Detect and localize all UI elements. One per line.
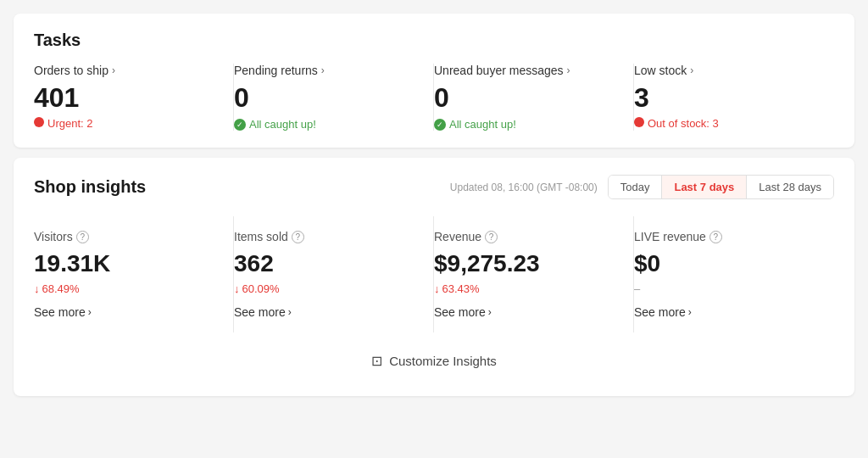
see-more-revenue[interactable]: See more ›: [434, 305, 616, 319]
task-value-messages: 0: [434, 82, 620, 114]
ok-check-icon: [234, 117, 246, 131]
task-item-stock[interactable]: Low stock › 3 Out of stock: 3: [634, 64, 834, 131]
see-more-revenue-chevron-icon: ›: [488, 306, 492, 318]
task-item-messages[interactable]: Unread buyer messages › 0 All caught up!: [434, 64, 634, 131]
see-more-visitors[interactable]: See more ›: [34, 305, 216, 319]
tab-last7days[interactable]: Last 7 days: [662, 176, 747, 198]
task-label-messages: Unread buyer messages ›: [434, 64, 620, 77]
metric-value-revenue: $9,275.23: [434, 250, 616, 277]
live-revenue-help-icon[interactable]: ?: [709, 231, 722, 243]
metric-label-visitors: Visitors ?: [34, 230, 216, 243]
returns-chevron-icon: ›: [321, 64, 325, 76]
metric-label-revenue: Revenue ?: [434, 230, 616, 243]
down-arrow-items-icon: [234, 282, 240, 295]
see-more-visitors-chevron-icon: ›: [88, 306, 92, 318]
customize-icon: ⊡: [371, 353, 382, 369]
see-more-live-chevron-icon: ›: [688, 306, 692, 318]
orders-chevron-icon: ›: [112, 64, 115, 76]
task-status-returns: All caught up!: [234, 117, 420, 131]
metric-label-items-sold: Items sold ?: [234, 230, 416, 243]
task-status-messages: All caught up!: [434, 117, 620, 131]
tasks-grid: Orders to ship › 401 Urgent: 2 Pending r…: [34, 64, 834, 131]
date-tabs: Today Last 7 days Last 28 days: [608, 175, 834, 199]
metric-visitors: Visitors ? 19.31K 68.49% See more ›: [34, 216, 234, 332]
tasks-card: Tasks Orders to ship › 401 Urgent: 2 Pen…: [14, 14, 854, 148]
task-value-orders: 401: [34, 82, 220, 114]
task-item-returns[interactable]: Pending returns › 0 All caught up!: [234, 64, 434, 131]
items-sold-help-icon[interactable]: ?: [292, 231, 304, 243]
task-value-returns: 0: [234, 82, 420, 114]
task-label-returns: Pending returns ›: [234, 64, 420, 77]
ok-check-icon-2: [434, 117, 446, 131]
stock-chevron-icon: ›: [690, 64, 693, 76]
urgent-dot-icon: [34, 117, 44, 130]
metrics-grid: Visitors ? 19.31K 68.49% See more › Item…: [34, 216, 834, 332]
customize-insights-button[interactable]: ⊡ Customize Insights: [358, 346, 510, 376]
insights-header: Shop insights Updated 08, 16:00 (GMT -08…: [34, 175, 834, 199]
insights-controls: Updated 08, 16:00 (GMT -08:00) Today Las…: [450, 175, 834, 199]
metric-value-items-sold: 362: [234, 250, 416, 277]
see-more-items-chevron-icon: ›: [288, 306, 292, 318]
metric-change-live-revenue: –: [634, 282, 817, 295]
see-more-live-revenue[interactable]: See more ›: [634, 305, 817, 319]
metric-change-items-sold: 60.09%: [234, 282, 416, 295]
revenue-help-icon[interactable]: ?: [485, 231, 498, 243]
task-label-orders: Orders to ship ›: [34, 64, 220, 77]
task-status-orders: Urgent: 2: [34, 117, 220, 130]
update-timestamp: Updated 08, 16:00 (GMT -08:00): [450, 182, 598, 193]
see-more-items-sold[interactable]: See more ›: [234, 305, 416, 319]
urgent-dot-icon-2: [634, 117, 644, 130]
tasks-title: Tasks: [34, 31, 834, 50]
metric-label-live-revenue: LIVE revenue ?: [634, 230, 817, 243]
insights-card: Shop insights Updated 08, 16:00 (GMT -08…: [14, 158, 854, 396]
metric-revenue: Revenue ? $9,275.23 63.43% See more ›: [434, 216, 634, 332]
metric-value-visitors: 19.31K: [34, 250, 216, 277]
customize-section: ⊡ Customize Insights: [34, 332, 834, 379]
metric-live-revenue: LIVE revenue ? $0 – See more ›: [634, 216, 834, 332]
insights-title: Shop insights: [34, 177, 146, 197]
metric-value-live-revenue: $0: [634, 250, 817, 277]
task-value-stock: 3: [634, 82, 834, 114]
messages-chevron-icon: ›: [567, 64, 570, 76]
task-item-orders[interactable]: Orders to ship › 401 Urgent: 2: [34, 64, 234, 131]
down-arrow-revenue-icon: [434, 282, 440, 295]
task-label-stock: Low stock ›: [634, 64, 834, 77]
down-arrow-visitors-icon: [34, 282, 40, 295]
tab-last28days[interactable]: Last 28 days: [747, 176, 833, 198]
visitors-help-icon[interactable]: ?: [76, 231, 89, 243]
task-status-stock: Out of stock: 3: [634, 117, 834, 130]
metric-change-revenue: 63.43%: [434, 282, 616, 295]
tab-today[interactable]: Today: [609, 176, 663, 198]
main-container: Tasks Orders to ship › 401 Urgent: 2 Pen…: [14, 14, 854, 396]
metric-change-visitors: 68.49%: [34, 282, 216, 295]
metric-items-sold: Items sold ? 362 60.09% See more ›: [234, 216, 434, 332]
